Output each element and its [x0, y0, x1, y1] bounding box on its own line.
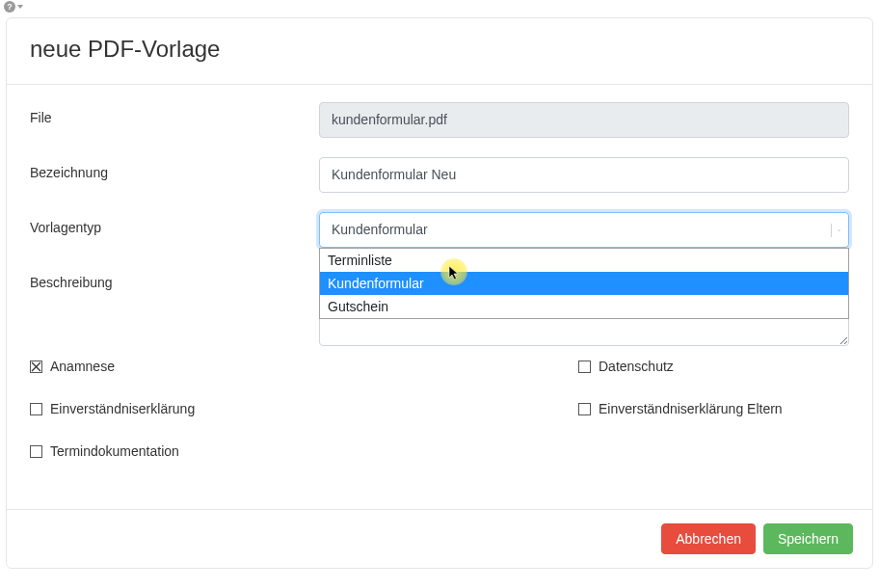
checkbox-box[interactable]: [30, 445, 42, 458]
file-input[interactable]: [319, 102, 849, 138]
chevron-down-icon: [831, 224, 840, 237]
label-name: Bezeichnung: [30, 157, 319, 180]
type-select[interactable]: Kundenformular: [319, 212, 849, 248]
checkbox-grid: AnamneseDatenschutzEinverständniserkläru…: [30, 359, 849, 486]
row-name: Bezeichnung: [30, 157, 849, 193]
label-type: Vorlagentyp: [30, 212, 319, 235]
label-file: File: [30, 102, 319, 125]
checkbox-item[interactable]: Einverständniserklärung Eltern: [440, 401, 849, 416]
checkbox-box[interactable]: [30, 361, 42, 373]
type-dropdown: TerminlisteKundenformularGutschein: [319, 248, 849, 319]
row-type: Vorlagentyp Kundenformular TerminlisteKu…: [30, 212, 849, 248]
help-icon[interactable]: ?: [4, 1, 15, 13]
type-select-value: Kundenformular: [332, 220, 428, 240]
modal-footer: Abbrechen Speichern: [7, 509, 872, 568]
checkbox-label: Anamnese: [50, 359, 115, 374]
row-file: File: [30, 102, 849, 138]
checkbox-label: Einverständniserklärung: [50, 401, 195, 416]
checkbox-box[interactable]: [578, 361, 591, 373]
label-description: Beschreibung: [30, 267, 319, 290]
dropdown-option[interactable]: Kundenformular: [320, 272, 848, 295]
checkbox-label: Datenschutz: [599, 359, 674, 374]
modal-body: File Bezeichnung Vorlagentyp Kundenformu…: [7, 85, 872, 509]
checkbox-box[interactable]: [578, 403, 591, 415]
checkbox-item[interactable]: Termindokumentation: [30, 443, 440, 459]
checkbox-box[interactable]: [30, 403, 42, 415]
modal-title: neue PDF-Vorlage: [30, 36, 849, 63]
caret-down-icon[interactable]: [17, 5, 23, 9]
checkbox-item[interactable]: Anamnese: [30, 359, 440, 374]
modal-dialog: neue PDF-Vorlage File Bezeichnung Vorlag…: [6, 17, 873, 569]
modal-header: neue PDF-Vorlage: [7, 18, 872, 84]
dropdown-option[interactable]: Terminliste: [320, 249, 848, 272]
dropdown-option[interactable]: Gutschein: [320, 295, 848, 318]
name-input[interactable]: [319, 157, 849, 193]
checkbox-label: Termindokumentation: [50, 443, 179, 459]
checkbox-item[interactable]: Datenschutz: [440, 359, 849, 374]
checkbox-label: Einverständniserklärung Eltern: [599, 401, 783, 416]
cancel-button[interactable]: Abbrechen: [661, 523, 756, 554]
checkbox-item[interactable]: Einverständniserklärung: [30, 401, 440, 416]
save-button[interactable]: Speichern: [763, 523, 853, 554]
